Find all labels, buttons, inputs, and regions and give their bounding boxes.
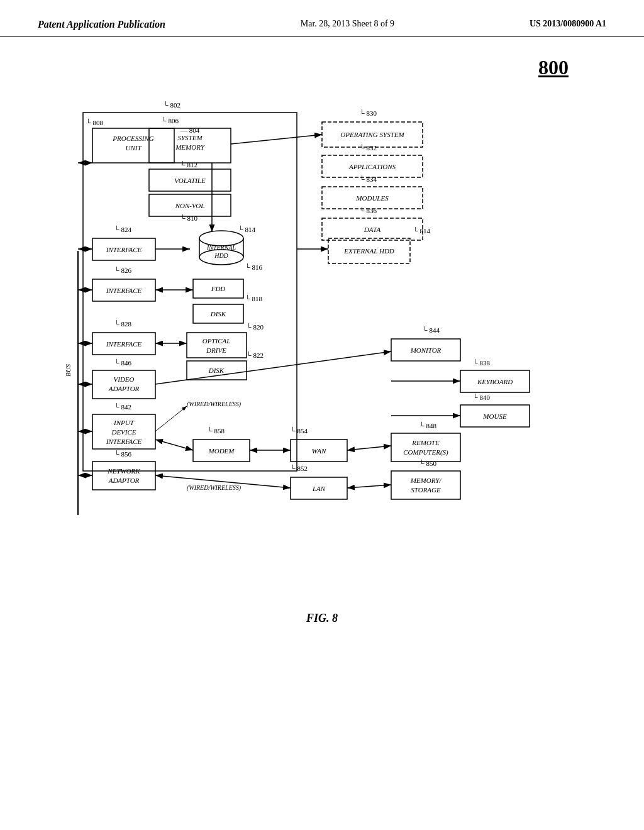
svg-text:└ 816: └ 816 [245, 263, 263, 271]
svg-text:└ 850: └ 850 [419, 459, 437, 467]
svg-text:└ 852: └ 852 [291, 464, 308, 472]
svg-text:└ 838: └ 838 [473, 358, 491, 367]
svg-text:VOLATILE: VOLATILE [174, 177, 206, 184]
svg-text:└ 836: └ 836 [360, 206, 377, 214]
svg-text:DRIVE: DRIVE [206, 346, 226, 354]
svg-text:MEMORY: MEMORY [175, 143, 206, 151]
svg-rect-116 [391, 433, 460, 462]
svg-text:PROCESSING: PROCESSING [112, 135, 153, 142]
svg-text:KEYBOARD: KEYBOARD [477, 378, 513, 385]
svg-text:└ 826: └ 826 [114, 266, 132, 274]
svg-text:— 804: — 804 [180, 126, 200, 134]
diagram-container: BUS └ 802 PROCESSING UNIT — 804 └ 808 SY… [52, 62, 592, 599]
svg-text:└ 856: └ 856 [114, 450, 132, 458]
svg-line-96 [155, 351, 391, 384]
svg-line-88 [231, 135, 322, 144]
svg-text:MODULES: MODULES [355, 194, 389, 202]
svg-text:ADAPTOR: ADAPTOR [108, 385, 140, 392]
svg-text:└ 858: └ 858 [208, 426, 225, 434]
svg-text:SYSTEM: SYSTEM [177, 134, 203, 141]
svg-text:HDD: HDD [214, 252, 228, 259]
svg-text:(WIRED/WIRELESS): (WIRED/WIRELESS) [187, 401, 242, 408]
svg-text:└ 814: └ 814 [413, 226, 431, 235]
svg-text:UNIT: UNIT [125, 144, 142, 152]
svg-text:INTERFACE: INTERFACE [106, 340, 142, 348]
svg-text:MODEM: MODEM [208, 447, 235, 455]
svg-text:REMOTE: REMOTE [411, 439, 440, 446]
svg-rect-68 [187, 333, 247, 358]
svg-line-120 [347, 446, 391, 450]
svg-text:MOUSE: MOUSE [482, 412, 507, 420]
svg-rect-126 [391, 471, 460, 499]
svg-text:└ 802: └ 802 [164, 101, 180, 109]
page-header: Patent Application Publication Mar. 28, … [0, 0, 644, 37]
svg-text:└ 846: └ 846 [114, 358, 132, 367]
figure-number: 800 [538, 56, 569, 79]
svg-text:DEVICE: DEVICE [111, 428, 136, 436]
svg-text:└ 832: └ 832 [360, 143, 377, 152]
header-center: Mar. 28, 2013 Sheet 8 of 9 [301, 19, 394, 29]
svg-text:APPLICATIONS: APPLICATIONS [348, 163, 396, 170]
svg-text:└ 814: └ 814 [238, 225, 256, 233]
svg-line-105 [155, 406, 187, 431]
main-content: 800 BUS └ [0, 37, 644, 638]
fig-caption: FIG. 8 [25, 612, 619, 625]
svg-text:NETWORK: NETWORK [107, 467, 140, 475]
svg-text:FDD: FDD [211, 285, 226, 292]
svg-rect-47 [92, 462, 155, 490]
svg-text:(WIRED/WIRELESS): (WIRED/WIRELESS) [187, 484, 242, 492]
svg-text:MONITOR: MONITOR [410, 346, 441, 354]
svg-text:└ 806: └ 806 [162, 116, 179, 124]
svg-text:STORAGE: STORAGE [411, 486, 441, 494]
svg-text:└ 822: └ 822 [247, 351, 264, 359]
svg-text:DISK: DISK [210, 310, 226, 318]
svg-text:INTERNAL: INTERNAL [206, 244, 236, 251]
svg-text:DISK: DISK [208, 367, 225, 374]
svg-text:LAN: LAN [312, 485, 326, 492]
svg-text:VIDEO: VIDEO [114, 375, 135, 383]
svg-text:OPTICAL: OPTICAL [203, 337, 231, 345]
svg-text:ADAPTOR: ADAPTOR [108, 477, 140, 484]
svg-text:└ 844: └ 844 [423, 326, 440, 334]
svg-text:NON-VOL: NON-VOL [175, 202, 205, 209]
header-left: Patent Application Publication [38, 19, 165, 30]
svg-text:└ 812: └ 812 [180, 160, 197, 169]
svg-text:└ 810: └ 810 [180, 214, 198, 222]
svg-text:└ 808: └ 808 [86, 118, 104, 126]
svg-text:└ 854: └ 854 [291, 426, 308, 434]
svg-text:DATA: DATA [364, 226, 381, 233]
header-right: US 2013/0080900 A1 [530, 19, 606, 29]
svg-text:└ 818: └ 818 [245, 294, 263, 302]
svg-text:└ 820: └ 820 [247, 323, 264, 331]
svg-text:└ 840: └ 840 [473, 393, 491, 401]
svg-text:EXTERNAL HDD: EXTERNAL HDD [343, 247, 394, 255]
svg-text:INPUT: INPUT [113, 419, 135, 426]
svg-text:INTERFACE: INTERFACE [106, 246, 142, 253]
svg-text:WAN: WAN [312, 447, 326, 455]
svg-text:INTERFACE: INTERFACE [106, 438, 142, 445]
svg-text:└ 830: └ 830 [360, 109, 377, 117]
svg-text:└ 834: └ 834 [360, 175, 377, 183]
patent-diagram: BUS └ 802 PROCESSING UNIT — 804 └ 808 SY… [52, 62, 592, 597]
svg-text:└ 824: └ 824 [114, 225, 132, 233]
svg-text:└ 828: └ 828 [114, 319, 132, 328]
svg-text:MEMORY/: MEMORY/ [410, 477, 442, 484]
svg-text:COMPUTER(S): COMPUTER(S) [403, 448, 448, 456]
svg-text:BUS: BUS [64, 363, 72, 377]
svg-line-130 [347, 485, 391, 488]
svg-line-111 [155, 440, 193, 450]
svg-text:OPERATING SYSTEM: OPERATING SYSTEM [340, 131, 404, 138]
svg-text:└ 848: └ 848 [419, 421, 437, 429]
svg-text:INTERFACE: INTERFACE [106, 287, 142, 294]
svg-text:└ 842: └ 842 [114, 402, 131, 411]
